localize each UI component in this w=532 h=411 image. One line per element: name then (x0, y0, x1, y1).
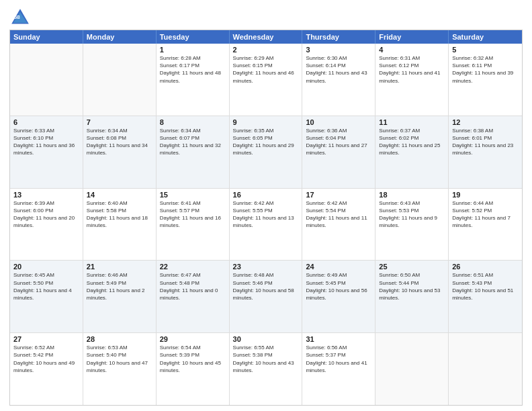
day-number: 17 (306, 191, 371, 199)
day-number: 15 (160, 191, 226, 199)
day-cell-20: 20Sunrise: 6:45 AM Sunset: 5:50 PM Dayli… (10, 261, 83, 332)
day-cell-15: 15Sunrise: 6:41 AM Sunset: 5:57 PM Dayli… (157, 189, 230, 261)
day-number: 12 (452, 118, 519, 126)
day-cell-7: 7Sunrise: 6:34 AM Sunset: 6:08 PM Daylig… (83, 116, 157, 188)
day-number: 24 (306, 263, 371, 271)
day-number: 16 (233, 191, 299, 199)
day-info: Sunrise: 6:56 AM Sunset: 5:37 PM Dayligh… (306, 344, 371, 374)
header-day-saturday: Saturday (449, 30, 522, 44)
day-number: 26 (452, 263, 519, 271)
day-info: Sunrise: 6:29 AM Sunset: 6:15 PM Dayligh… (233, 54, 299, 85)
day-number: 10 (306, 118, 371, 126)
calendar-week-1: 1Sunrise: 6:28 AM Sunset: 6:17 PM Daylig… (10, 44, 522, 116)
day-number: 5 (452, 46, 519, 54)
header-day-tuesday: Tuesday (157, 30, 230, 44)
day-info: Sunrise: 6:41 AM Sunset: 5:57 PM Dayligh… (160, 199, 226, 230)
day-cell-4: 4Sunrise: 6:31 AM Sunset: 6:12 PM Daylig… (375, 44, 449, 116)
day-info: Sunrise: 6:38 AM Sunset: 6:01 PM Dayligh… (452, 127, 519, 157)
day-cell-2: 2Sunrise: 6:29 AM Sunset: 6:15 PM Daylig… (230, 44, 303, 116)
day-number: 28 (87, 335, 152, 343)
day-number: 22 (160, 263, 226, 271)
day-number: 13 (13, 191, 79, 199)
day-info: Sunrise: 6:49 AM Sunset: 5:45 PM Dayligh… (306, 271, 371, 302)
calendar-week-5: 27Sunrise: 6:52 AM Sunset: 5:42 PM Dayli… (10, 332, 522, 405)
day-cell-17: 17Sunrise: 6:42 AM Sunset: 5:54 PM Dayli… (302, 189, 375, 261)
day-number: 3 (306, 46, 371, 54)
day-info: Sunrise: 6:52 AM Sunset: 5:42 PM Dayligh… (13, 344, 79, 374)
day-cell-19: 19Sunrise: 6:44 AM Sunset: 5:52 PM Dayli… (449, 189, 522, 261)
day-number: 1 (160, 46, 226, 54)
empty-cell (83, 44, 157, 116)
day-info: Sunrise: 6:48 AM Sunset: 5:46 PM Dayligh… (233, 271, 299, 302)
calendar-body: 1Sunrise: 6:28 AM Sunset: 6:17 PM Daylig… (10, 44, 522, 405)
header-day-thursday: Thursday (302, 30, 375, 44)
day-cell-13: 13Sunrise: 6:39 AM Sunset: 6:00 PM Dayli… (10, 189, 83, 261)
day-number: 31 (306, 335, 371, 343)
day-number: 18 (379, 191, 445, 199)
day-number: 8 (160, 118, 226, 126)
day-info: Sunrise: 6:39 AM Sunset: 6:00 PM Dayligh… (13, 199, 79, 230)
day-number: 2 (233, 46, 299, 54)
day-cell-22: 22Sunrise: 6:47 AM Sunset: 5:48 PM Dayli… (157, 261, 230, 332)
day-info: Sunrise: 6:36 AM Sunset: 6:04 PM Dayligh… (306, 127, 371, 157)
day-number: 19 (452, 191, 519, 199)
day-cell-29: 29Sunrise: 6:54 AM Sunset: 5:39 PM Dayli… (157, 333, 230, 405)
logo-icon: GB (9, 7, 31, 28)
day-cell-21: 21Sunrise: 6:46 AM Sunset: 5:49 PM Dayli… (83, 261, 157, 332)
day-info: Sunrise: 6:46 AM Sunset: 5:49 PM Dayligh… (87, 271, 152, 302)
day-info: Sunrise: 6:50 AM Sunset: 5:44 PM Dayligh… (379, 271, 445, 302)
day-info: Sunrise: 6:31 AM Sunset: 6:12 PM Dayligh… (379, 54, 445, 85)
calendar: SundayMondayTuesdayWednesdayThursdayFrid… (9, 30, 523, 406)
day-info: Sunrise: 6:45 AM Sunset: 5:50 PM Dayligh… (13, 271, 79, 302)
day-number: 20 (13, 263, 79, 271)
day-info: Sunrise: 6:33 AM Sunset: 6:10 PM Dayligh… (13, 127, 79, 157)
day-cell-30: 30Sunrise: 6:55 AM Sunset: 5:38 PM Dayli… (230, 333, 303, 405)
day-info: Sunrise: 6:42 AM Sunset: 5:54 PM Dayligh… (306, 199, 371, 230)
svg-text:GB: GB (13, 15, 20, 19)
calendar-header: SundayMondayTuesdayWednesdayThursdayFrid… (10, 30, 522, 44)
header-day-wednesday: Wednesday (230, 30, 303, 44)
top-section: GB (9, 7, 523, 28)
day-cell-10: 10Sunrise: 6:36 AM Sunset: 6:04 PM Dayli… (302, 116, 375, 188)
empty-cell (375, 333, 449, 405)
logo: GB (9, 7, 34, 28)
day-cell-18: 18Sunrise: 6:43 AM Sunset: 5:53 PM Dayli… (375, 189, 449, 261)
day-number: 14 (87, 191, 152, 199)
day-info: Sunrise: 6:35 AM Sunset: 6:05 PM Dayligh… (233, 127, 299, 157)
day-number: 30 (233, 335, 299, 343)
day-info: Sunrise: 6:51 AM Sunset: 5:43 PM Dayligh… (452, 271, 519, 302)
day-cell-9: 9Sunrise: 6:35 AM Sunset: 6:05 PM Daylig… (230, 116, 303, 188)
day-info: Sunrise: 6:28 AM Sunset: 6:17 PM Dayligh… (160, 54, 226, 85)
day-info: Sunrise: 6:54 AM Sunset: 5:39 PM Dayligh… (160, 344, 226, 374)
day-cell-31: 31Sunrise: 6:56 AM Sunset: 5:37 PM Dayli… (302, 333, 375, 405)
day-info: Sunrise: 6:43 AM Sunset: 5:53 PM Dayligh… (379, 199, 445, 230)
day-number: 9 (233, 118, 299, 126)
day-info: Sunrise: 6:42 AM Sunset: 5:55 PM Dayligh… (233, 199, 299, 230)
day-info: Sunrise: 6:40 AM Sunset: 5:58 PM Dayligh… (87, 199, 152, 230)
day-cell-14: 14Sunrise: 6:40 AM Sunset: 5:58 PM Dayli… (83, 189, 157, 261)
day-number: 29 (160, 335, 226, 343)
day-info: Sunrise: 6:32 AM Sunset: 6:11 PM Dayligh… (452, 54, 519, 85)
day-cell-24: 24Sunrise: 6:49 AM Sunset: 5:45 PM Dayli… (302, 261, 375, 332)
day-number: 7 (87, 118, 152, 126)
day-info: Sunrise: 6:44 AM Sunset: 5:52 PM Dayligh… (452, 199, 519, 230)
day-cell-1: 1Sunrise: 6:28 AM Sunset: 6:17 PM Daylig… (157, 44, 230, 116)
day-cell-11: 11Sunrise: 6:37 AM Sunset: 6:02 PM Dayli… (375, 116, 449, 188)
day-cell-5: 5Sunrise: 6:32 AM Sunset: 6:11 PM Daylig… (449, 44, 522, 116)
day-info: Sunrise: 6:37 AM Sunset: 6:02 PM Dayligh… (379, 127, 445, 157)
day-cell-27: 27Sunrise: 6:52 AM Sunset: 5:42 PM Dayli… (10, 333, 83, 405)
day-number: 27 (13, 335, 79, 343)
header-day-friday: Friday (375, 30, 449, 44)
day-info: Sunrise: 6:34 AM Sunset: 6:07 PM Dayligh… (160, 127, 226, 157)
day-cell-6: 6Sunrise: 6:33 AM Sunset: 6:10 PM Daylig… (10, 116, 83, 188)
page: GB SundayMondayTuesdayWednesdayThursdayF… (0, 0, 532, 411)
day-cell-12: 12Sunrise: 6:38 AM Sunset: 6:01 PM Dayli… (449, 116, 522, 188)
header-day-monday: Monday (83, 30, 157, 44)
calendar-week-3: 13Sunrise: 6:39 AM Sunset: 6:00 PM Dayli… (10, 188, 522, 261)
day-cell-28: 28Sunrise: 6:53 AM Sunset: 5:40 PM Dayli… (83, 333, 157, 405)
day-number: 4 (379, 46, 445, 54)
empty-cell (449, 333, 522, 405)
day-cell-23: 23Sunrise: 6:48 AM Sunset: 5:46 PM Dayli… (230, 261, 303, 332)
day-cell-25: 25Sunrise: 6:50 AM Sunset: 5:44 PM Dayli… (375, 261, 449, 332)
day-info: Sunrise: 6:55 AM Sunset: 5:38 PM Dayligh… (233, 344, 299, 374)
